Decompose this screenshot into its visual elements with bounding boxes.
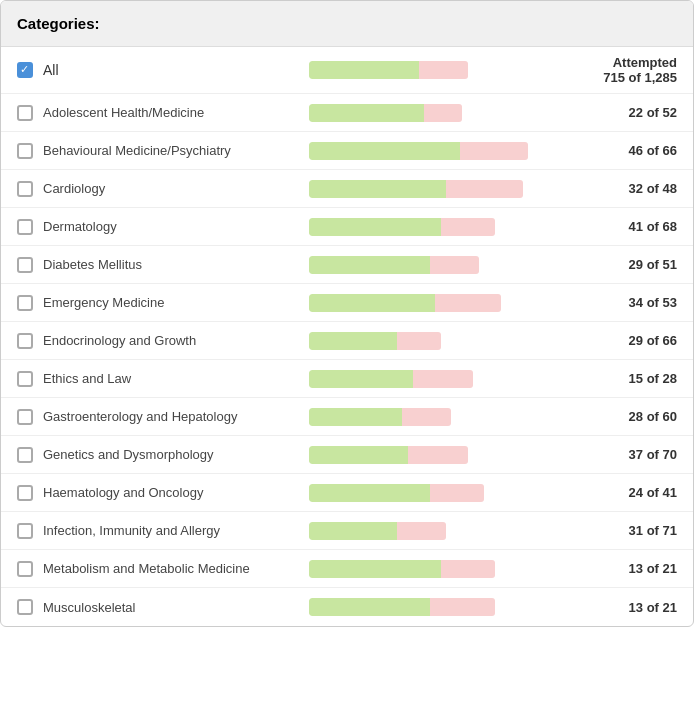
checkbox-cell-2[interactable] [11,181,39,197]
category-label-4: Diabetes Mellitus [39,257,299,272]
bar-green-7 [309,370,413,388]
category-row: Haematology and Oncology 24 of 41 [1,474,693,512]
bar-pink-6 [397,332,441,350]
all-checkbox[interactable] [17,62,33,78]
bar-pink-12 [441,560,496,578]
bar-pink-3 [441,218,496,236]
checkbox-cell-13[interactable] [11,599,39,615]
category-checkbox-12[interactable] [17,561,33,577]
category-label-0: Adolescent Health/Medicine [39,105,299,120]
category-count-11: 31 of 71 [593,523,683,538]
bar-bg-10 [309,484,583,502]
bar-cell-10 [299,484,593,502]
all-bar-green [309,61,419,79]
bar-bg-2 [309,180,583,198]
bar-pink-5 [435,294,501,312]
all-bar-pink [419,61,468,79]
category-checkbox-11[interactable] [17,523,33,539]
all-checkbox-cell[interactable] [11,62,39,78]
bar-cell-4 [299,256,593,274]
bar-green-1 [309,142,460,160]
category-checkbox-13[interactable] [17,599,33,615]
checkbox-cell-5[interactable] [11,295,39,311]
all-count: Attempted 715 of 1,285 [593,55,683,85]
category-row: Genetics and Dysmorphology 37 of 70 [1,436,693,474]
bar-green-4 [309,256,430,274]
bar-cell-0 [299,104,593,122]
category-checkbox-6[interactable] [17,333,33,349]
category-count-2: 32 of 48 [593,181,683,196]
checkbox-cell-6[interactable] [11,333,39,349]
bar-cell-8 [299,408,593,426]
checkbox-cell-12[interactable] [11,561,39,577]
bar-green-5 [309,294,435,312]
checkbox-cell-8[interactable] [11,409,39,425]
category-label-8: Gastroenterology and Hepatology [39,409,299,424]
checkbox-cell-4[interactable] [11,257,39,273]
category-count-12: 13 of 21 [593,561,683,576]
panel-header: Categories: [1,1,693,47]
category-row: Ethics and Law 15 of 28 [1,360,693,398]
bar-pink-10 [430,484,485,502]
bar-bg-5 [309,294,583,312]
category-row: Behavioural Medicine/Psychiatry 46 of 66 [1,132,693,170]
category-count-3: 41 of 68 [593,219,683,234]
category-label-6: Endocrinology and Growth [39,333,299,348]
category-checkbox-5[interactable] [17,295,33,311]
category-row: Metabolism and Metabolic Medicine 13 of … [1,550,693,588]
bar-bg-13 [309,598,583,616]
category-count-9: 37 of 70 [593,447,683,462]
category-row: Adolescent Health/Medicine 22 of 52 [1,94,693,132]
bar-cell-9 [299,446,593,464]
bar-bg-12 [309,560,583,578]
bar-cell-2 [299,180,593,198]
checkbox-cell-3[interactable] [11,219,39,235]
checkbox-cell-11[interactable] [11,523,39,539]
category-checkbox-2[interactable] [17,181,33,197]
bar-bg-8 [309,408,583,426]
category-row: Emergency Medicine 34 of 53 [1,284,693,322]
category-count-7: 15 of 28 [593,371,683,386]
category-label-7: Ethics and Law [39,371,299,386]
bar-pink-9 [408,446,468,464]
category-checkbox-10[interactable] [17,485,33,501]
category-label-5: Emergency Medicine [39,295,299,310]
checkbox-cell-1[interactable] [11,143,39,159]
category-checkbox-3[interactable] [17,219,33,235]
category-checkbox-0[interactable] [17,105,33,121]
category-checkbox-4[interactable] [17,257,33,273]
all-label: All [39,62,299,78]
bar-pink-2 [446,180,523,198]
category-label-11: Infection, Immunity and Allergy [39,523,299,538]
bar-cell-6 [299,332,593,350]
category-checkbox-8[interactable] [17,409,33,425]
category-label-2: Cardiology [39,181,299,196]
bar-bg-0 [309,104,583,122]
category-label-12: Metabolism and Metabolic Medicine [39,561,299,576]
category-checkbox-9[interactable] [17,447,33,463]
checkbox-cell-0[interactable] [11,105,39,121]
category-row: Endocrinology and Growth 29 of 66 [1,322,693,360]
checkbox-cell-9[interactable] [11,447,39,463]
category-count-1: 46 of 66 [593,143,683,158]
checkbox-cell-10[interactable] [11,485,39,501]
category-checkbox-1[interactable] [17,143,33,159]
bar-green-9 [309,446,408,464]
category-label-1: Behavioural Medicine/Psychiatry [39,143,299,158]
all-bar [309,61,583,79]
bar-cell-13 [299,598,593,616]
category-label-9: Genetics and Dysmorphology [39,447,299,462]
bar-pink-11 [397,522,446,540]
bar-cell-12 [299,560,593,578]
bar-bg-9 [309,446,583,464]
category-row: Gastroenterology and Hepatology 28 of 60 [1,398,693,436]
categories-panel: Categories: All Attempted 715 of 1,285 A… [0,0,694,627]
category-count-4: 29 of 51 [593,257,683,272]
bar-cell-5 [299,294,593,312]
bar-cell-7 [299,370,593,388]
bar-green-3 [309,218,441,236]
category-checkbox-7[interactable] [17,371,33,387]
bar-pink-8 [402,408,451,426]
bar-cell-11 [299,522,593,540]
checkbox-cell-7[interactable] [11,371,39,387]
